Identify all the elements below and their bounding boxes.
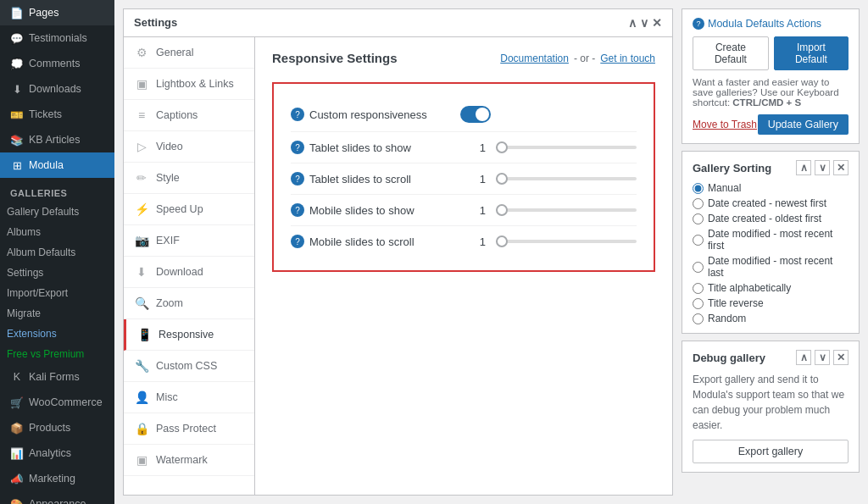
create-default-button[interactable]: Create Default xyxy=(693,36,769,70)
nav-watermark[interactable]: ▣ Watermark xyxy=(124,445,254,476)
sidebar-item-albums[interactable]: Albums xyxy=(0,222,114,242)
general-icon: ⚙ xyxy=(134,45,149,60)
sort-modified-newest-radio[interactable] xyxy=(693,235,704,246)
setting-tablet-slides-show: ? Tablet slides to show 1 xyxy=(291,132,637,163)
settings-arrow-up[interactable]: ∧ xyxy=(628,16,637,30)
sidebar-item-downloads[interactable]: ⬇ Downloads xyxy=(0,76,114,102)
sorting-up-btn[interactable]: ∧ xyxy=(796,160,811,175)
responsive-header: Responsive Settings Documentation - or -… xyxy=(272,51,655,65)
sort-manual-radio[interactable] xyxy=(693,183,704,194)
settings-arrow-down[interactable]: ∨ xyxy=(640,16,648,30)
settings-panel-title: Settings ∧ ∨ ✕ xyxy=(124,9,672,37)
mobile-slides-scroll-value: 1 xyxy=(460,235,486,248)
tablet-slides-scroll-help[interactable]: ? xyxy=(291,172,304,186)
sorting-down-btn[interactable]: ∨ xyxy=(815,160,830,175)
sidebar-item-analytics[interactable]: 📊 Analytics xyxy=(0,440,114,466)
sort-title-alpha[interactable]: Title alphabetically xyxy=(693,282,849,294)
nav-responsive[interactable]: 📱 Responsive xyxy=(124,319,254,351)
sort-modified-newest[interactable]: Date modified - most recent first xyxy=(693,228,849,252)
nav-exif[interactable]: 📷 EXIF xyxy=(124,225,254,257)
tablet-slides-show-slider[interactable] xyxy=(496,146,637,149)
sidebar-item-kali-forms[interactable]: K Kali Forms xyxy=(0,364,114,390)
marketing-icon: 📣 xyxy=(10,472,24,485)
sidebar-item-appearance[interactable]: 🎨 Appearance xyxy=(0,491,114,504)
defaults-title: ? Modula Defaults Actions xyxy=(693,18,849,30)
sidebar-item-tickets[interactable]: 🎫 Tickets xyxy=(0,102,114,127)
mobile-slides-show-slider[interactable] xyxy=(496,208,637,212)
responsive-title: Responsive Settings xyxy=(272,51,398,65)
export-gallery-button[interactable]: Export gallery xyxy=(693,440,849,463)
sidebar-item-migrate[interactable]: Migrate xyxy=(0,303,114,324)
custom-responsiveness-help[interactable]: ? xyxy=(291,108,304,121)
sort-title-reverse-radio[interactable] xyxy=(693,298,704,309)
debug-up-btn[interactable]: ∧ xyxy=(796,350,811,365)
nav-zoom[interactable]: 🔍 Zoom xyxy=(124,288,254,319)
nav-captions[interactable]: ≡ Captions xyxy=(124,100,254,131)
nav-lightbox[interactable]: ▣ Lightbox & Links xyxy=(124,69,254,100)
debug-gallery-title: Debug gallery ∧ ∨ ✕ xyxy=(693,350,849,365)
move-to-trash-link[interactable]: Move to Trash xyxy=(693,119,757,130)
sidebar-item-comments[interactable]: 💭 Comments xyxy=(0,51,114,76)
nav-download[interactable]: ⬇ Download xyxy=(124,257,254,288)
mobile-slides-show-help[interactable]: ? xyxy=(291,203,304,217)
sort-random-radio[interactable] xyxy=(693,313,704,324)
sidebar-item-import-export[interactable]: Import/Export xyxy=(0,283,114,303)
sidebar-item-pages[interactable]: 📄 Pages xyxy=(0,0,114,25)
sort-random[interactable]: Random xyxy=(693,313,849,324)
sorting-close-btn[interactable]: ✕ xyxy=(833,160,849,175)
sidebar-item-modula[interactable]: ⊞ Modula xyxy=(0,152,114,178)
responsive-settings-content: Responsive Settings Documentation - or -… xyxy=(255,37,672,495)
sort-date-oldest[interactable]: Date created - oldest first xyxy=(693,213,849,224)
galleries-section-label: Galleries xyxy=(0,178,114,202)
debug-text: Export gallery and send it to Modula's s… xyxy=(693,372,849,433)
sidebar-item-extensions[interactable]: Extensions xyxy=(0,324,114,344)
responsive-icon: 📱 xyxy=(136,327,152,342)
sort-title-alpha-radio[interactable] xyxy=(693,283,704,294)
update-gallery-button[interactable]: Update Gallery xyxy=(758,114,849,135)
nav-custom-css[interactable]: 🔧 Custom CSS xyxy=(124,351,254,382)
sidebar-item-woocommerce[interactable]: 🛒 WooCommerce xyxy=(0,390,114,415)
documentation-link[interactable]: Documentation xyxy=(500,53,569,64)
tablet-slides-show-help[interactable]: ? xyxy=(291,141,304,154)
sidebar-item-gallery-defaults[interactable]: Gallery Defaults xyxy=(0,202,114,222)
defaults-help-icon[interactable]: ? xyxy=(693,18,704,30)
mobile-slides-scroll-help[interactable]: ? xyxy=(291,235,304,248)
sidebar-item-free-premium[interactable]: Free vs Premium xyxy=(0,344,114,364)
defaults-buttons: Create Default Import Default xyxy=(693,36,849,70)
tablet-slides-scroll-slider[interactable] xyxy=(496,177,637,180)
download-icon: ⬇ xyxy=(134,264,149,280)
nav-misc[interactable]: 👤 Misc xyxy=(124,382,254,413)
custom-responsiveness-toggle[interactable] xyxy=(460,106,491,123)
sort-date-oldest-radio[interactable] xyxy=(693,213,704,224)
tablet-slides-scroll-value: 1 xyxy=(460,173,486,186)
sort-title-reverse[interactable]: Title reverse xyxy=(693,297,849,309)
sidebar-item-testimonials[interactable]: 💬 Testimonials xyxy=(0,25,114,51)
sidebar-item-marketing[interactable]: 📣 Marketing xyxy=(0,466,114,491)
setting-tablet-slides-scroll: ? Tablet slides to scroll 1 xyxy=(291,163,637,195)
sidebar-item-settings[interactable]: Settings xyxy=(0,263,114,283)
tickets-icon: 🎫 xyxy=(10,108,24,121)
sidebar-item-album-defaults[interactable]: Album Defaults xyxy=(0,242,114,263)
sort-modified-oldest-radio[interactable] xyxy=(693,262,704,273)
sort-date-newest[interactable]: Date created - newest first xyxy=(693,197,849,209)
sort-modified-oldest[interactable]: Date modified - most recent last xyxy=(693,255,849,279)
settings-close[interactable]: ✕ xyxy=(652,16,662,30)
nav-pass-protect[interactable]: 🔒 Pass Protect xyxy=(124,413,254,445)
sort-date-newest-radio[interactable] xyxy=(693,198,704,209)
sidebar-item-kb-articles[interactable]: 📚 KB Articles xyxy=(0,127,114,152)
mobile-slides-scroll-slider[interactable] xyxy=(496,240,637,243)
debug-down-btn[interactable]: ∨ xyxy=(815,350,830,365)
nav-general[interactable]: ⚙ General xyxy=(124,37,254,69)
nav-style[interactable]: ✏ Style xyxy=(124,163,254,194)
nav-speed-up[interactable]: ⚡ Speed Up xyxy=(124,194,254,225)
import-default-button[interactable]: Import Default xyxy=(774,36,849,70)
sort-manual[interactable]: Manual xyxy=(693,182,849,194)
products-icon: 📦 xyxy=(10,421,24,435)
pages-icon: 📄 xyxy=(10,6,24,19)
debug-close-btn[interactable]: ✕ xyxy=(833,350,849,365)
slider-thumb-3 xyxy=(496,204,508,216)
get-in-touch-link[interactable]: Get in touch xyxy=(600,53,655,64)
sidebar-item-products[interactable]: 📦 Products xyxy=(0,415,114,440)
kb-articles-icon: 📚 xyxy=(10,133,24,147)
nav-video[interactable]: ▷ Video xyxy=(124,131,254,163)
